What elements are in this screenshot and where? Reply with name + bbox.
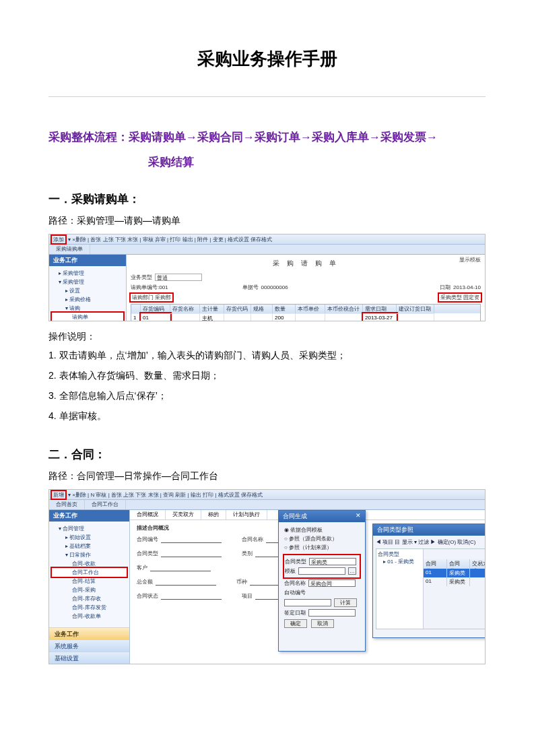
tree-node[interactable]: 合同-收款单 — [52, 612, 127, 621]
input[interactable] — [150, 565, 211, 571]
field-dept-highlight[interactable]: 请购部门 采购部 — [131, 294, 172, 301]
nav-tree[interactable]: ▸ 采购管理 ▾ 采购管理 ▸ 设置 ▸ 采购价格 ▾ 请购 请购单 — [49, 266, 126, 321]
toolbar-new-button[interactable]: 新增 — [52, 491, 65, 499]
close-icon[interactable]: ✕ — [356, 512, 361, 521]
col: 存货名称 — [170, 305, 200, 313]
tree-node[interactable]: ▸ 初始设置 — [52, 533, 127, 542]
side-btn-base[interactable]: 基础设置 — [49, 652, 129, 664]
tree-node[interactable]: ▾ 请购 — [52, 304, 123, 313]
grid-row[interactable]: 1 01 主机 200 2013-03-27 — [131, 313, 480, 321]
side-btn-sys[interactable]: 系统服务 — [49, 639, 129, 652]
tab[interactable]: 合同概况 — [130, 510, 166, 519]
input[interactable] — [161, 536, 222, 543]
side-btn-work[interactable]: 业务工作 — [49, 627, 129, 639]
label: 合同类型 — [285, 558, 306, 565]
tab-home[interactable]: 合同首页 — [49, 500, 85, 509]
tree-node[interactable]: ▸ 01 - 采购类 — [378, 558, 422, 565]
date-input[interactable] — [308, 609, 356, 617]
tab-requisition[interactable]: 采购请购单 — [49, 245, 90, 254]
field-biztype: 业务类型 普通 — [131, 274, 202, 281]
biztype-input[interactable]: 普通 — [155, 274, 202, 281]
cell-reqdate[interactable]: 2013-03-27 — [363, 313, 397, 321]
toolbar: 添加 ▾ ×删除 | 首张 上张 下张 末张 | 审核 弃审 | 打印 输出 |… — [49, 234, 485, 245]
ref-tree[interactable]: 合同类型 ▸ 01 - 采购类 — [376, 549, 424, 629]
col: 本币价税合计 — [325, 305, 363, 313]
label: 合同类型 — [137, 550, 158, 557]
col: 主计量 — [200, 305, 224, 313]
tree-node[interactable]: ▸ 采购管理 — [52, 269, 123, 278]
cancel-button[interactable]: 取消 — [311, 619, 334, 628]
cell — [224, 313, 251, 321]
label: 合同名称 — [284, 579, 306, 587]
tree-node[interactable]: ▸ 基础档案 — [52, 542, 127, 550]
tree-node[interactable]: ▾ 采购管理 — [52, 278, 123, 286]
label: 合同名称 — [242, 536, 263, 543]
title-separator — [48, 96, 486, 97]
cell — [470, 569, 486, 577]
tree-node[interactable]: 合同-结算 — [52, 577, 127, 586]
ops-steps: 1. 双击请购单，点‘增加’，输入表头的请购部门、请购人员、采购类型； 2. 表… — [48, 350, 486, 422]
label: 模板 — [285, 567, 296, 575]
display-template-label: 显示模板 — [459, 256, 481, 263]
tree-node-requisition[interactable]: 请购单 — [52, 313, 123, 321]
tree-root[interactable]: 合同类型 — [378, 550, 422, 558]
tree-node[interactable]: ▾ 合同管理 — [52, 524, 127, 533]
col: 建议订货日期 — [397, 305, 434, 313]
label: 类别 — [242, 550, 253, 557]
step: 2. 表体输入存货编码、数量、需求日期； — [48, 370, 486, 382]
cell: 200 — [273, 313, 296, 321]
radio-plan[interactable]: ○ 参照（计划来源） — [284, 544, 360, 551]
tree-node[interactable]: 合同-采购 — [52, 586, 127, 594]
input[interactable] — [161, 593, 222, 600]
modal-type-reference: 合同类型参照 ✕ ◀ 项目 目 显示 ▾ 过滤 ▶ 确定(O) 取消(C) 合同… — [372, 524, 486, 638]
toolbar-rest[interactable]: ▾ ×删除 | N 审核 | 首张 上张 下张 末张 | 查询 刷新 | 输出 … — [68, 491, 263, 499]
radio-source[interactable]: ○ 参照（源合同条款） — [284, 535, 360, 542]
tab[interactable]: 买卖双方 — [166, 510, 201, 519]
tree-node[interactable]: 合同-库存发货 — [52, 603, 127, 612]
label: 币种 — [236, 578, 247, 586]
field-billno: 单据号 000000006 — [242, 284, 288, 291]
document-title: 采购业务操作手册 — [48, 47, 486, 71]
input[interactable] — [161, 550, 222, 557]
ref-toolbar[interactable]: ◀ 项目 目 显示 ▾ 过滤 ▶ 确定(O) 取消(C) — [376, 538, 486, 546]
detail-grid[interactable]: 存货编码 存货名称 主计量 存货代码 规格 数量 本币单价 本币价税合计 需求日… — [131, 304, 481, 321]
tree-node[interactable]: 合同-库存收 — [52, 594, 127, 603]
autonum-btn[interactable]: 计算 — [334, 598, 357, 607]
ok-button[interactable]: 确定 — [284, 619, 307, 628]
lookup-button[interactable]: … — [348, 567, 356, 575]
col: 交易方式 — [470, 559, 486, 569]
toolbar-add-button[interactable]: 添加 — [52, 236, 65, 243]
template-input[interactable] — [298, 567, 345, 575]
type-input[interactable]: 采购类 — [309, 558, 356, 565]
name-input[interactable]: 采购合同 — [308, 579, 356, 587]
ref-row[interactable]: 01 采购类 收 — [424, 577, 486, 586]
col: 数量 — [273, 305, 296, 313]
tree-node[interactable]: ▾ 日常操作 — [52, 550, 127, 559]
ref-row[interactable]: 01 采购类 采购 — [424, 569, 486, 577]
field-ptype-highlight[interactable]: 采购类型 固定资 — [439, 294, 481, 301]
highlight-type-template: 合同类型采购类 模板… — [284, 555, 360, 577]
tab[interactable]: 计划与执行 — [226, 510, 267, 519]
ref-tools: 全部 查询 — [424, 549, 486, 559]
cell-stockcode[interactable]: 01 — [141, 313, 170, 321]
toolbar-rest[interactable]: ▾ ×删除 | 首张 上张 下张 末张 | 审核 弃审 | 打印 输出 | 附件… — [68, 236, 272, 243]
flow-label: 采购整体流程： — [48, 131, 129, 144]
label: 单据号 — [242, 284, 259, 291]
input[interactable] — [156, 579, 216, 586]
tree-node[interactable]: ▸ 设置 — [52, 286, 123, 295]
title-text: 合同生成 — [283, 512, 307, 521]
doc-tabs: 采购请购单 — [49, 245, 485, 255]
number-input[interactable] — [284, 599, 331, 606]
tab[interactable]: 标的 — [201, 510, 226, 519]
ops-label: 操作说明： — [48, 331, 486, 343]
tree-node-workbench[interactable]: 合同工作台 — [52, 568, 127, 577]
tree-node[interactable]: ▸ 采购价格 — [52, 295, 123, 304]
nav-tree[interactable]: ▾ 合同管理 ▸ 初始设置 ▸ 基础档案 ▾ 日常操作 合同-收款 合同工作台 … — [49, 522, 129, 627]
radio-template[interactable]: ◉ 依据合同模板 — [284, 526, 360, 534]
cell: 采购类 — [447, 569, 471, 577]
side-button-stack: 业务工作 系统服务 基础设置 — [49, 627, 129, 664]
tab-workbench[interactable]: 合同工作台 — [85, 500, 126, 509]
tree-node[interactable]: 合同-收款 — [52, 559, 127, 568]
side-header: 业务工作 — [49, 510, 129, 522]
flow-steps: 采购请购单→采购合同→采购订单→采购入库单→采购发票→ — [129, 131, 438, 144]
